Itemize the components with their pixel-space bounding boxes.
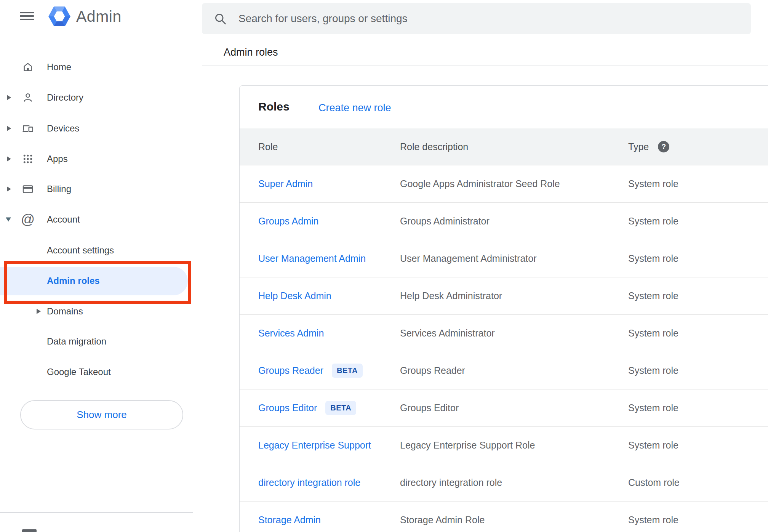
help-icon[interactable]: ? xyxy=(658,141,669,152)
table-row: Help Desk Admin Help Desk Administrator … xyxy=(240,277,768,314)
role-description: Legacy Enterprise Support Role xyxy=(400,440,628,451)
role-link[interactable]: Groups Admin xyxy=(258,216,318,227)
card-title: Roles xyxy=(258,100,290,113)
chevron-right-icon[interactable] xyxy=(7,126,11,131)
table-row: Services Admin Services Administrator Sy… xyxy=(240,314,768,352)
role-link[interactable]: Services Admin xyxy=(258,328,324,339)
app-title: Admin xyxy=(76,8,122,26)
app-logo: Admin xyxy=(48,5,122,27)
role-description: Groups Reader xyxy=(400,365,628,376)
sidebar-item-label: Home xyxy=(47,62,71,72)
sidebar-item-apps[interactable]: Apps xyxy=(0,144,193,174)
roles-table: Super Admin Google Apps Administrator Se… xyxy=(240,165,768,532)
roles-card: Roles Create new role Role Role descript… xyxy=(239,85,768,532)
role-type: System role xyxy=(628,216,768,227)
chevron-right-icon[interactable] xyxy=(7,95,11,100)
apps-grid-icon xyxy=(21,152,34,165)
sidebar-item-data-migration[interactable]: Data migration xyxy=(0,326,193,357)
role-type: System role xyxy=(628,328,768,339)
role-type: Custom role xyxy=(628,477,768,488)
sidebar-item-label: Devices xyxy=(47,123,79,134)
person-icon xyxy=(21,91,34,104)
role-description: Google Apps Administrator Seed Role xyxy=(400,178,628,189)
chevron-down-icon[interactable] xyxy=(6,218,11,222)
search-bar[interactable] xyxy=(202,3,751,34)
role-type: System role xyxy=(628,178,768,189)
sidebar-item-label: Directory xyxy=(47,92,83,103)
role-description: Storage Admin Role xyxy=(400,514,628,526)
credit-card-icon xyxy=(21,183,34,195)
chevron-right-icon[interactable] xyxy=(7,186,11,192)
role-link[interactable]: Super Admin xyxy=(258,178,313,189)
sidebar-item-label: Account xyxy=(47,214,80,225)
role-description: User Management Administrator xyxy=(400,253,628,264)
create-new-role-link[interactable]: Create new role xyxy=(318,102,391,114)
table-row: Storage Admin Storage Admin Role System … xyxy=(240,501,768,532)
beta-badge: BETA xyxy=(332,364,363,378)
show-more-label: Show more xyxy=(77,409,127,421)
sidebar-item-directory[interactable]: Directory xyxy=(0,82,193,113)
role-link[interactable]: Groups Editor xyxy=(258,402,317,413)
sidebar-item-label: Account settings xyxy=(47,245,114,256)
devices-icon xyxy=(21,122,34,135)
role-description: Groups Administrator xyxy=(400,216,628,227)
sidebar-item-label: Data migration xyxy=(47,336,106,347)
role-type: System role xyxy=(628,402,768,413)
menu-icon[interactable] xyxy=(20,12,34,21)
table-row: Groups Editor BETA Groups Editor System … xyxy=(240,389,768,426)
role-link[interactable]: Storage Admin xyxy=(258,514,321,526)
role-type: System role xyxy=(628,253,768,264)
admin-logo-icon xyxy=(48,6,70,27)
role-link[interactable]: Groups Reader xyxy=(258,365,323,376)
role-type: System role xyxy=(628,440,768,451)
breadcrumb: Admin roles xyxy=(224,46,278,58)
sidebar-item-account-settings[interactable]: Account settings xyxy=(0,235,193,266)
beta-badge: BETA xyxy=(325,401,356,415)
at-sign-icon: @ xyxy=(21,213,34,226)
chevron-right-icon[interactable] xyxy=(7,156,11,162)
search-icon xyxy=(213,12,227,26)
role-description: Groups Editor xyxy=(400,402,628,413)
sidebar-item-label[interactable]: Admin roles xyxy=(47,276,100,286)
header-divider xyxy=(202,66,768,66)
sidebar-divider xyxy=(0,512,193,513)
role-link[interactable]: directory integration role xyxy=(258,477,360,488)
role-description: directory integration role xyxy=(400,477,628,488)
sidebar-item-label: Google Takeout xyxy=(47,367,111,377)
table-row: Groups Reader BETA Groups Reader System … xyxy=(240,352,768,389)
column-header-role-description: Role description xyxy=(400,141,628,152)
column-header-role: Role xyxy=(258,141,400,152)
sidebar: Admin Home Directory Devices xyxy=(0,0,202,532)
sidebar-item-domains[interactable]: Domains xyxy=(0,296,193,327)
sidebar-item-devices[interactable]: Devices xyxy=(0,113,193,144)
sidebar-item-account[interactable]: @ Account xyxy=(0,204,193,235)
sidebar-item-label: Billing xyxy=(47,184,71,194)
show-more-button[interactable]: Show more xyxy=(20,400,183,429)
role-type: System role xyxy=(628,514,768,526)
table-row: Super Admin Google Apps Administrator Se… xyxy=(240,165,768,202)
table-header-row: Role Role description Type ? xyxy=(240,128,768,165)
table-row: User Management Admin User Management Ad… xyxy=(240,240,768,277)
role-type: System role xyxy=(628,290,768,301)
sidebar-item-google-takeout[interactable]: Google Takeout xyxy=(0,357,193,387)
table-row: Groups Admin Groups Administrator System… xyxy=(240,202,768,240)
role-link[interactable]: Help Desk Admin xyxy=(258,290,331,301)
role-link[interactable]: User Management Admin xyxy=(258,253,366,264)
sidebar-item-home[interactable]: Home xyxy=(0,52,193,82)
role-description: Services Administrator xyxy=(400,328,628,339)
table-row: directory integration role directory int… xyxy=(240,464,768,501)
role-description: Help Desk Administrator xyxy=(400,290,628,301)
role-link[interactable]: Legacy Enterprise Support xyxy=(258,440,371,451)
table-row: Legacy Enterprise Support Legacy Enterpr… xyxy=(240,426,768,464)
sidebar-item-billing[interactable]: Billing xyxy=(0,174,193,204)
role-type: System role xyxy=(628,365,768,376)
sidebar-item-label: Apps xyxy=(47,154,68,164)
chevron-right-icon[interactable] xyxy=(37,309,41,314)
search-input[interactable] xyxy=(238,12,751,25)
home-icon xyxy=(21,61,34,74)
sidebar-item-label: Domains xyxy=(47,306,83,317)
column-header-type: Type xyxy=(628,141,649,152)
cut-off-icon xyxy=(22,529,37,532)
